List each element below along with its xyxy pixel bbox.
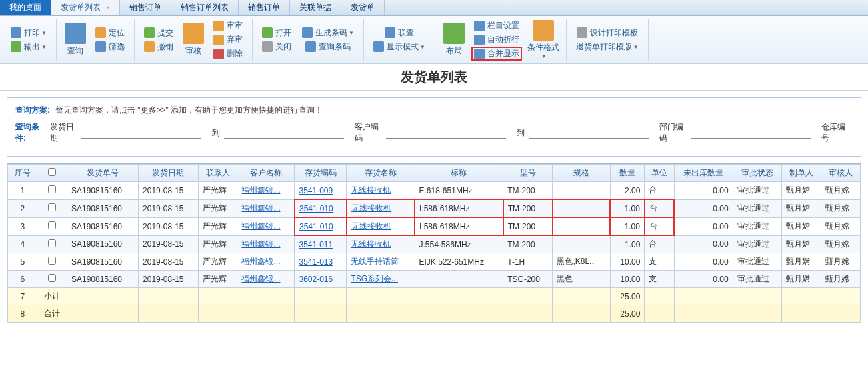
filter-button[interactable]: 筛选 [93,40,127,54]
col-status[interactable]: 审批状态 [733,165,781,182]
layout-button[interactable]: 布局 [439,19,469,61]
linkcheck-button[interactable]: 联查 [382,26,417,40]
col-name[interactable]: 存货名称 [347,165,415,182]
col-pend[interactable]: 未出库数量 [674,165,733,182]
select-all-checkbox[interactable] [48,168,56,176]
cell-name[interactable]: 无线接收机 [347,217,415,235]
cell-cust[interactable]: 福州鑫锻... [237,235,295,253]
row-checkbox[interactable] [48,203,56,211]
locate-button[interactable]: 定位 [93,26,127,40]
row-checkbox[interactable] [48,185,56,193]
cell-check[interactable] [37,217,67,235]
cell-code[interactable]: 3541-013 [295,253,347,271]
search-button[interactable]: 查询 [61,19,90,61]
col-maker[interactable]: 制单人 [782,165,821,182]
col-unit[interactable]: 单位 [645,165,674,182]
gencode-button[interactable]: 生成条码▼ [299,26,357,40]
cell-cust[interactable]: 福州鑫锻... [237,199,295,217]
audit2-button[interactable]: 审审 [211,19,245,33]
cell-cust[interactable]: 福州鑫锻... [237,182,295,200]
tab-related-doc[interactable]: 关联单据 [290,0,341,15]
col-contact[interactable]: 联系人 [198,165,237,182]
row-checkbox[interactable] [48,239,56,247]
cell-name[interactable]: 无线手持话筒 [347,253,415,271]
col-qty[interactable]: 数量 [610,165,645,182]
cell-check[interactable] [37,271,67,288]
cell-name[interactable]: TSG系列会... [347,271,415,288]
export-button[interactable]: 输出▼ [8,40,49,54]
cell-code[interactable]: 3541-010 [295,217,347,235]
col-date[interactable]: 发货日期 [139,165,198,182]
close-icon[interactable]: × [106,4,110,11]
print-button[interactable]: 打印▼ [8,26,49,40]
open-button[interactable]: 打开 [259,26,294,40]
cell-check[interactable] [37,235,67,253]
col-cust[interactable]: 客户名称 [237,165,295,182]
cell-name[interactable]: 无线接收机 [347,182,415,200]
table-row[interactable]: 6SA1908151602019-08-15严光辉福州鑫锻...3602-016… [8,271,861,288]
colset-button[interactable]: 栏目设置 [471,19,522,33]
col-no[interactable]: 发货单号 [67,165,138,182]
cell-std: 黑色,K8L... [553,253,610,271]
col-spec[interactable]: 标称 [415,165,503,182]
unaudit-button[interactable]: 弃审 [211,33,245,47]
col-check[interactable] [37,165,67,182]
col-model[interactable]: 型号 [503,165,553,182]
ship-date-from-input[interactable] [81,127,201,139]
tab-delivery-list[interactable]: 发货单列表× [51,0,120,15]
tab-delivery[interactable]: 发货单 [341,0,385,15]
close-button[interactable]: 关闭 [259,40,294,54]
table-row[interactable]: 3SA1908151602019-08-15严光辉福州鑫锻...3541-010… [8,217,861,235]
cell-check[interactable] [37,199,67,217]
revoke-button[interactable]: 撤销 [141,40,176,54]
cell-qty: 2.00 [610,182,645,200]
row-checkbox[interactable] [48,274,56,282]
cell-name[interactable]: 无线接收机 [347,199,415,217]
delete-button[interactable]: 删除 [211,47,245,61]
tab-desktop[interactable]: 我的桌面 [0,0,51,15]
cell-code[interactable]: 3541-011 [295,235,347,253]
col-auditor[interactable]: 审核人 [821,165,860,182]
audit-button[interactable]: 审核 [179,19,208,61]
ship-date-to-input[interactable] [224,127,344,139]
row-checkbox[interactable] [48,221,56,229]
return-tmpl-button[interactable]: 退货单打印模版▼ [573,40,641,54]
cell-check[interactable] [37,182,67,200]
col-std[interactable]: 规格 [553,165,610,182]
table-row[interactable]: 1SA1908151602019-08-15严光辉福州鑫锻...3541-009… [8,182,861,200]
cust-code-from-input[interactable] [386,127,506,139]
tab-sales-order-list[interactable]: 销售订单列表 [171,0,239,15]
condfmt-button[interactable]: 条件格式▼ [525,19,562,61]
tab-sales-order-2[interactable]: 销售订单 [239,0,290,15]
cell-check[interactable] [37,253,67,271]
cell-date: 2019-08-15 [139,271,198,288]
cell-code[interactable]: 3541-009 [295,182,347,200]
cell-cust[interactable]: 福州鑫锻... [237,253,295,271]
table-row[interactable]: 2SA1908151602019-08-15严光辉福州鑫锻...3541-010… [8,199,861,217]
dispmode-button[interactable]: 显示模式▼ [371,40,428,54]
cell-name[interactable]: 无线接收机 [347,235,415,253]
cell-cust[interactable]: 福州鑫锻... [237,271,295,288]
cust-code-to-input[interactable] [529,127,649,139]
tab-sales-order-1[interactable]: 销售订单 [120,0,171,15]
header-row: 序号 发货单号 发货日期 联系人 客户名称 存货编码 存货名称 标称 型号 规格… [8,165,861,182]
table-row[interactable]: 5SA1908151602019-08-15严光辉福州鑫锻...3541-013… [8,253,861,271]
cell-code[interactable]: 3602-016 [295,271,347,288]
tmpl-design-button[interactable]: 设计打印模板 [574,26,641,40]
cell-cust[interactable]: 福州鑫锻... [237,217,295,235]
barcode-icon [302,27,313,38]
merge-button[interactable]: 合并显示 [471,47,522,61]
wrap-icon [474,35,485,45]
dept-code-input[interactable] [691,127,811,139]
chevron-down-icon: ▼ [541,53,547,59]
querycode-button[interactable]: 查询条码 [303,40,353,54]
cell-code[interactable]: 3541-010 [295,199,347,217]
row-checkbox[interactable] [48,257,56,265]
submit-button[interactable]: 提交 [141,26,176,40]
cell-auditor: 甄月嫦 [821,271,860,288]
cell-unit: 支 [645,253,674,271]
col-code[interactable]: 存货编码 [295,165,347,182]
table-row[interactable]: 4SA1908151602019-08-15严光辉福州鑫锻...3541-011… [8,235,861,253]
col-seq[interactable]: 序号 [8,165,37,182]
autowrap-button[interactable]: 自动折行 [471,33,522,47]
